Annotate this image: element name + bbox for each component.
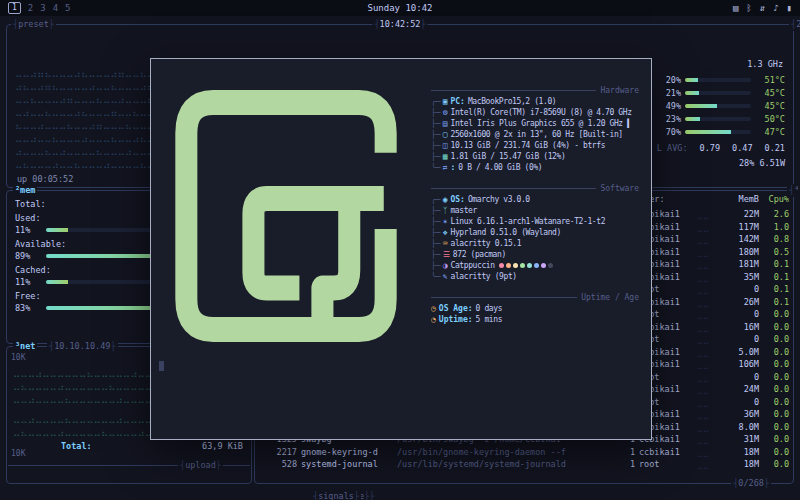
top-bar: 12345 Sunday 10:42 ▤ᛒ⇵♪▮ (0, 0, 800, 16)
font-icon: ✎ (443, 272, 448, 281)
core-temp: 45°C (755, 101, 785, 111)
core-temp: 47°C (755, 127, 785, 137)
workspace-3[interactable]: 3 (40, 3, 45, 13)
core-load: 49% (655, 101, 681, 111)
process-cpu-graph (697, 347, 719, 357)
cpu-core-list: ⣀⣀20%51°C⣀⣄21%45°C⣠⣀49%45°C⣀⣀23%50°C⣤⣀70… (633, 73, 785, 138)
process-row[interactable]: 2217gnome-keyring-d/usr/bin/gnome-keyrin… (255, 446, 793, 459)
grid-icon[interactable]: ▤ (733, 3, 738, 13)
theme-color-dot (534, 263, 539, 268)
gpu-icon: ▤ (443, 119, 448, 128)
cpu-graph-decor: ⣀⣀⣠⣤⣄⣀⣀⣀⣠⣄⣀⣀⣀⣠⣤⣀⣀⣄⣀⣀⣀⣠⣀⣀⣄⣀ ⣠⣄⣀⣠⣤⣄⣀⣀⣀⣀⣠⣀⣀… (15, 65, 151, 187)
cpu-core-row: ⣀⣀20%51°C (633, 73, 785, 86)
fetch-value: 10.13 GiB / 231.74 GiB (4%) - btrfs (450, 141, 605, 150)
process-cpu-graph (697, 447, 719, 457)
fetch-value: 0 days (476, 304, 503, 313)
process-cpu: 0.0 (763, 459, 789, 469)
section-title: Software (600, 184, 639, 193)
process-cpu-graph (697, 334, 719, 344)
process-cpu: 0.8 (763, 234, 789, 244)
process-pid: 2217 (259, 447, 297, 457)
battery-icon[interactable]: ▮ (787, 3, 792, 13)
preset-button[interactable]: preset (11, 18, 56, 31)
tree-connector: ├─ (431, 130, 441, 139)
process-cpu: 0.1 (763, 272, 789, 282)
volume-icon[interactable]: ♪ (773, 3, 778, 13)
process-pid: 528 (259, 459, 297, 469)
process-mem: 16M (723, 322, 759, 332)
uptime-label: up 00:05:52 (15, 174, 75, 184)
cpu-core-row: ⣀⣀23%50°C (633, 112, 785, 125)
process-mem: 24M (723, 384, 759, 394)
process-cpu-graph (697, 372, 719, 382)
pc-icon: ▣ (443, 97, 448, 106)
fetch-line: ╭─◉OS:Omarchy v3.0.0 (431, 194, 639, 205)
fetch-line: ├─◑Catppuccin (431, 260, 639, 271)
fetch-value: alacritty 0.15.1 (450, 239, 521, 248)
fetch-line: ├─▦1.81 GiB / 15.47 GiB (12%) (431, 151, 639, 162)
process-cpu: 0.0 (763, 397, 789, 407)
workspace-2[interactable]: 2 (28, 3, 33, 13)
process-program: systemd-journal (301, 459, 393, 469)
process-cpu: 0.0 (763, 384, 789, 394)
process-mem: 5.0M (723, 347, 759, 357)
update-interval[interactable]: 2000ms (789, 18, 800, 31)
net-total: Total: 63,9 KiB (61, 441, 243, 451)
os-icon: ◉ (443, 195, 448, 204)
core-temp: 50°C (755, 114, 785, 124)
core-load: 20% (655, 75, 681, 85)
process-cpu-graph (697, 409, 719, 419)
theme-color-dot (548, 263, 553, 268)
process-cpu-graph (697, 459, 719, 469)
network-panel-title: ³net (13, 340, 37, 353)
disk-icon: ◫ (443, 141, 448, 150)
tree-connector: ├─ (431, 206, 441, 215)
process-row[interactable]: 528systemd-journal/usr/lib/systemd/syste… (255, 458, 793, 471)
process-cpu: 0.0 (763, 359, 789, 369)
terminal-icon: ⌨ (443, 239, 448, 248)
core-meter-fill (685, 117, 700, 121)
process-mem: 142M (723, 234, 759, 244)
process-mem: 117M (723, 222, 759, 232)
section-divider (431, 188, 596, 189)
fetch-value: alacritty (9pt) (450, 272, 516, 281)
fetch-window[interactable]: Hardware╭─▣PC:MacBookPro15,2 (1.0)├─⚙Int… (150, 58, 652, 440)
section-title: Hardware (600, 86, 639, 95)
terminal-cursor (159, 361, 164, 371)
workspace-4[interactable]: 4 (53, 3, 58, 13)
network-icon[interactable]: ⇵ (760, 3, 765, 13)
workspace-1[interactable]: 1 (8, 2, 21, 14)
desktop: 12345 Sunday 10:42 ▤ᛒ⇵♪▮ ¹cpu menu prese… (0, 0, 800, 500)
theme-color-dot (520, 263, 525, 268)
swap-icon: ⇄ (443, 163, 448, 172)
core-meter (685, 104, 751, 108)
core-meter (685, 130, 751, 134)
git-branch-icon: ᛉ (443, 206, 448, 215)
process-cpu-graph (697, 259, 719, 269)
mem-row-percent: 11% (15, 277, 41, 287)
fetch-value: Hyprland 0.51.0 (Wayland) (450, 228, 560, 237)
core-meter (685, 91, 751, 95)
tree-connector: ├─ (431, 250, 441, 259)
theme-color-dot (506, 263, 511, 268)
process-cpu: 0.0 (763, 334, 789, 344)
bluetooth-icon[interactable]: ᛒ (746, 3, 751, 13)
net-upload-tab[interactable]: upload (178, 459, 223, 472)
core-load: 21% (655, 88, 681, 98)
fetch-line: ├─◫10.13 GiB / 231.74 GiB (4%) - btrfs (431, 140, 639, 151)
cpu-core-row: ⣤⣀70%47°C (633, 125, 785, 138)
tree-connector: ╰─ (431, 163, 441, 172)
workspace-5[interactable]: 5 (65, 3, 70, 13)
process-mem: 35M (723, 272, 759, 282)
process-mem: 0 (723, 284, 759, 294)
memory-icon: ▦ (443, 152, 448, 161)
display-icon: ▢ (443, 130, 448, 139)
fetch-value: 872 (pacman) (453, 250, 506, 259)
section-header: Uptime / Age (431, 292, 639, 303)
process-cpu: 0.0 (763, 309, 789, 319)
footer-hint-signals[interactable]: signals (311, 490, 361, 500)
process-mem: 0 (723, 309, 759, 319)
theme-icon: ◑ (443, 261, 448, 270)
process-arguments: /usr/lib/systemd/systemd-journald (397, 459, 617, 469)
fetch-label: OS: (450, 195, 464, 204)
